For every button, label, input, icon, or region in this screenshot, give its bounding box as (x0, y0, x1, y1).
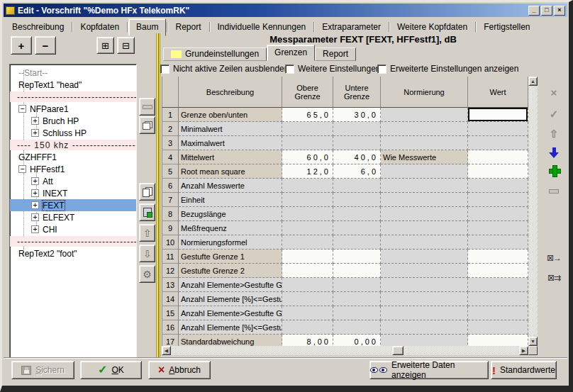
beschreibung-cell[interactable]: Anzahl Elemente [%]<=Gestufte (179, 292, 282, 306)
wert-cell[interactable] (468, 164, 528, 179)
normierung-cell[interactable] (381, 108, 468, 122)
checkbox-erweiterte-einstellungen-anzeigen[interactable]: Erweiterte Einstellungen anzeigen (377, 64, 518, 74)
normierung-cell[interactable] (381, 278, 468, 292)
beschreibung-cell[interactable]: Root mean square (179, 164, 282, 179)
obere-grenze-cell[interactable] (282, 221, 333, 235)
row-number-cell[interactable]: 2 (162, 122, 179, 136)
scroll-right-button[interactable]: ▶ (519, 346, 528, 355)
untere-grenze-cell[interactable] (333, 122, 381, 136)
row-number-cell[interactable]: 14 (162, 292, 179, 306)
tab-extraparameter[interactable]: Extraparameter (315, 19, 388, 35)
expand-box-icon[interactable]: + (31, 129, 39, 137)
defaults-button[interactable]: ! Standardwerte (491, 361, 557, 379)
tree-item-inext[interactable]: +INEXT (10, 187, 136, 199)
obere-grenze-cell[interactable] (282, 235, 333, 250)
collapse-node-button[interactable] (139, 98, 155, 116)
untere-grenze-cell[interactable] (333, 207, 381, 221)
subtab-grenzen[interactable]: Grenzen (267, 45, 315, 61)
add-node-button[interactable]: + (11, 36, 32, 55)
normierung-cell[interactable] (381, 306, 468, 320)
wert-cell[interactable] (468, 264, 528, 278)
tree-item-gzhfff1[interactable]: GZHFFF1 (10, 151, 136, 163)
tab-weitere-kopfdaten[interactable]: Weitere Kopfdaten (390, 19, 474, 35)
row-number-cell[interactable]: 13 (162, 278, 179, 292)
tree-item-att[interactable]: +Att (10, 175, 136, 187)
tab-report[interactable]: Report (168, 19, 208, 35)
row-number-cell[interactable]: 1 (162, 108, 179, 122)
beschreibung-cell[interactable]: Mittelwert (179, 150, 282, 164)
beschreibung-cell[interactable]: Anzahl Elemente [%]<=Gestufte (179, 320, 282, 335)
tab-kopfdaten[interactable]: Kopfdaten (73, 19, 126, 35)
tab-beschreibung[interactable]: Beschreibung (5, 19, 71, 35)
normierung-cell[interactable] (381, 136, 468, 150)
move-down-button[interactable]: ⇩ (139, 245, 155, 262)
tree-item-hffestf1[interactable]: −HFFestf1 (10, 163, 136, 175)
horizontal-scrollbar[interactable]: ◀ ▶ (162, 346, 528, 355)
row-number-cell[interactable]: 16 (162, 320, 179, 335)
untere-grenze-cell[interactable] (333, 292, 381, 306)
wert-cell[interactable] (468, 221, 528, 235)
tab-fertigstellen[interactable]: Fertigstellen (477, 19, 537, 35)
beschreibung-cell[interactable]: Standardabweichung (179, 335, 282, 346)
row-number-cell[interactable]: 8 (162, 207, 179, 221)
cancel-button[interactable]: × Abbruch (148, 361, 211, 379)
wert-cell[interactable] (468, 150, 528, 164)
wert-cell[interactable] (468, 193, 528, 207)
untere-grenze-cell[interactable] (333, 264, 381, 278)
untere-grenze-cell[interactable] (333, 278, 381, 292)
expand-box-icon[interactable]: + (31, 177, 39, 185)
obere-grenze-cell[interactable] (282, 207, 333, 221)
close-button[interactable]: × (554, 6, 565, 16)
normierung-cell[interactable] (381, 264, 468, 278)
extended-data-button[interactable]: Erweiterte Daten anzeigen (369, 361, 489, 379)
wert-cell[interactable] (468, 122, 528, 136)
obere-grenze-cell[interactable] (282, 193, 333, 207)
row-number-cell[interactable]: 4 (162, 150, 179, 164)
row-number-cell[interactable]: 15 (162, 306, 179, 320)
beschreibung-cell[interactable]: Einheit (179, 193, 282, 207)
collapse-all-button[interactable]: ⊟ (117, 37, 135, 54)
beschreibung-cell[interactable]: Maximalwert (179, 136, 282, 150)
move-row-up-icon[interactable]: ⇧ (546, 127, 562, 140)
beschreibung-cell[interactable]: Grenze oben/unten (179, 108, 282, 122)
normierung-cell[interactable] (381, 193, 468, 207)
beschreibung-cell[interactable]: Normierungsformel (179, 235, 282, 250)
wert-cell[interactable] (468, 292, 528, 306)
obere-grenze-cell[interactable] (282, 136, 333, 150)
row-number-cell[interactable]: 7 (162, 193, 179, 207)
collapse-box-icon[interactable]: − (18, 105, 26, 113)
untere-grenze-cell[interactable] (333, 193, 381, 207)
wert-cell[interactable] (468, 235, 528, 250)
obere-grenze-cell[interactable] (282, 320, 333, 335)
delete-icon[interactable]: × (546, 86, 562, 99)
hscroll-thumb[interactable] (392, 346, 404, 355)
row-number-cell[interactable]: 6 (162, 179, 179, 193)
collapse-box-icon[interactable]: − (18, 165, 26, 173)
obere-grenze-cell[interactable] (282, 122, 333, 136)
beschreibung-cell[interactable]: Minimalwert (179, 122, 282, 136)
obere-grenze-cell[interactable]: 65,0 (282, 108, 333, 122)
tree-item-reptext1-head[interactable]: RepText1 "head" (10, 79, 136, 91)
move-up-button[interactable]: ⇧ (139, 224, 155, 242)
checkbox-nicht-aktive-zeilen-ausblenden[interactable]: Nicht aktive Zeilen ausblenden (160, 64, 289, 74)
maximize-button[interactable]: □ (541, 6, 552, 16)
beschreibung-cell[interactable]: Bezugslänge (179, 207, 282, 221)
wert-cell[interactable] (468, 320, 528, 335)
obere-grenze-cell[interactable] (282, 306, 333, 320)
normierung-cell[interactable] (381, 292, 468, 306)
obere-grenze-cell[interactable]: 8,00 (282, 335, 333, 346)
row-number-cell[interactable]: 9 (162, 221, 179, 235)
beschreibung-cell[interactable]: Anzahl Elemente>Gestufte Gre (179, 306, 282, 320)
normierung-cell[interactable] (381, 335, 468, 346)
tab-individuelle-kennungen[interactable]: Individuelle Kennungen (211, 19, 313, 35)
normierung-cell[interactable] (381, 164, 468, 179)
checkbox-weitere-einstellungen[interactable]: Weitere Einstellungen (285, 64, 381, 74)
export-table-icon[interactable]: ⊠⇉ (546, 271, 562, 284)
obere-grenze-cell[interactable] (282, 278, 333, 292)
tree-item-chi[interactable]: +CHI (10, 223, 136, 235)
tab-baum[interactable]: Baum (128, 18, 166, 36)
untere-grenze-cell[interactable] (333, 320, 381, 335)
obere-grenze-cell[interactable]: 12,0 (282, 164, 333, 179)
paste-button[interactable] (139, 203, 155, 221)
tree-item-reptext2-foot[interactable]: RepText2 "foot" (10, 247, 136, 259)
